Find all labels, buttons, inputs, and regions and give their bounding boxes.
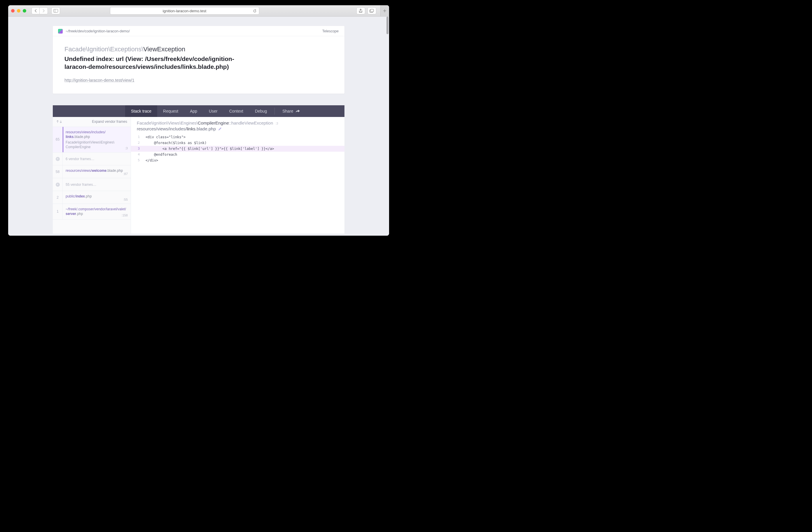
card-header-top: ~/freek/dev/code/ignition-laracon-demo/ …	[53, 26, 345, 36]
frame-body: resources/views/welcome.blade.php :87	[63, 166, 131, 178]
tabs-overview-button[interactable]	[367, 7, 376, 14]
frame-path-file: links	[66, 135, 73, 139]
code-line-text: @endforeach	[143, 153, 177, 157]
pencil-icon[interactable]	[218, 127, 222, 131]
frame-body: ~/freek/.composer/vendor/laravel/valet/ …	[63, 204, 131, 219]
tabs-bar: Stack trace Request App User Context Deb…	[53, 105, 345, 117]
tab-stack-trace[interactable]: Stack trace	[125, 105, 157, 117]
stack-frame-collapsed[interactable]: + 55 vendor frames…	[53, 178, 131, 191]
traffic-lights	[11, 9, 26, 13]
frame-body: 6 vendor frames…	[63, 153, 131, 165]
frame-line: :158	[121, 214, 128, 217]
forward-button[interactable]	[40, 7, 48, 14]
stack-frame-active[interactable]: 65 resources/views/includes/ links.blade…	[53, 127, 131, 153]
repo-path: ~/freek/dev/code/ignition-laracon-demo/	[66, 29, 130, 33]
code-ns-class: CompilerEngine	[198, 120, 229, 126]
frame-path-prefix: ~/freek/.composer/vendor/laravel/valet/	[66, 207, 126, 211]
trace-body: Expand vendor frames 65 resources/views/…	[53, 117, 345, 234]
exception-namespace-prefix: Facade\Ignition\Exceptions\	[64, 45, 143, 53]
trace-card: Stack trace Request App User Context Deb…	[53, 105, 345, 234]
sidebar-toggle-button[interactable]	[51, 7, 60, 14]
address-bar[interactable]: ignition-laracon-demo.test	[110, 7, 259, 15]
stack-frame[interactable]: 1 ~/freek/.composer/vendor/laravel/valet…	[53, 204, 131, 219]
frame-line: :3	[125, 146, 128, 150]
tab-request[interactable]: Request	[157, 105, 184, 117]
nav-buttons	[31, 7, 48, 14]
code-namespace: Facade\Ignition\Views\Engines\CompilerEn…	[137, 120, 339, 126]
project-info: ~/freek/dev/code/ignition-laracon-demo/	[58, 29, 130, 33]
stack-frame[interactable]: 58 resources/views/welcome.blade.php :87	[53, 166, 131, 178]
reload-icon[interactable]	[253, 9, 257, 13]
tab-context[interactable]: Context	[223, 105, 249, 117]
new-tab-button[interactable]	[380, 5, 389, 16]
frame-number: 58	[53, 166, 63, 178]
code-file-path: resources/views/includes/links.blade.php	[137, 126, 339, 131]
telescope-link[interactable]: Telescope	[322, 29, 339, 33]
frames-toolbar: Expand vendor frames	[53, 117, 131, 127]
svg-rect-3	[371, 9, 374, 12]
frame-number: 65	[53, 127, 63, 153]
share-icon	[296, 110, 300, 113]
browser-toolbar: ignition-laracon-demo.test	[8, 5, 389, 17]
frame-path-prefix: public/	[66, 194, 76, 198]
frame-number: 2	[53, 191, 63, 204]
share-system-button[interactable]	[357, 7, 365, 14]
frame-line: :87	[124, 172, 128, 176]
code-file-prefix: resources/views/includes/	[137, 126, 187, 131]
tab-debug[interactable]: Debug	[249, 105, 273, 117]
window-minimize-button[interactable]	[17, 9, 20, 13]
frame-body: 55 vendor frames…	[63, 178, 131, 191]
stack-frame[interactable]: 2 public/index.php :55	[53, 191, 131, 204]
code-header: Facade\Ignition\Views\Engines\CompilerEn…	[131, 117, 345, 134]
toolbar-right	[357, 5, 386, 16]
frame-path-ext: .php	[76, 212, 83, 216]
code-line-number: 5	[131, 158, 143, 162]
code-line: 2 @foreach($links as $link)	[131, 140, 345, 146]
tab-divider	[274, 107, 275, 115]
frame-path-ext: .blade.php	[73, 135, 90, 139]
window-close-button[interactable]	[11, 9, 15, 13]
frame-line: :55	[124, 198, 128, 201]
code-line-number: 3	[131, 147, 143, 150]
tab-share-label: Share	[282, 109, 293, 113]
code-line-text: </div>	[143, 158, 158, 162]
code-line-text: <div class="links">	[143, 135, 186, 139]
frame-number: 1	[53, 204, 63, 219]
frame-expand-icon: +	[53, 178, 63, 191]
tab-user[interactable]: User	[203, 105, 223, 117]
back-button[interactable]	[31, 7, 40, 14]
frames-column: Expand vendor frames 65 resources/views/…	[53, 117, 131, 234]
tab-app[interactable]: App	[184, 105, 203, 117]
frame-path: ~/freek/.composer/vendor/laravel/valet/ …	[66, 207, 127, 216]
plus-circle-icon: +	[56, 157, 60, 161]
frame-nav-arrows[interactable]	[56, 120, 62, 123]
tab-share[interactable]: Share	[276, 105, 305, 117]
plus-circle-icon: +	[56, 183, 60, 187]
frame-body: resources/views/includes/ links.blade.ph…	[63, 127, 131, 153]
code-file-ext: .blade.php	[195, 126, 216, 131]
scrollbar-thumb[interactable]	[387, 17, 389, 34]
frame-body: public/index.php :55	[63, 191, 131, 204]
frame-path-file: welcome	[91, 169, 106, 173]
frame-path-file: index	[76, 194, 85, 198]
exception-url[interactable]: http://ignition-laracon-demo.test/view/1	[64, 78, 333, 83]
frame-path-prefix: resources/views/includes/	[66, 130, 105, 134]
exception-namespace: Facade\Ignition\Exceptions\ViewException	[64, 45, 333, 53]
code-file-name: links	[187, 126, 195, 131]
window-maximize-button[interactable]	[23, 9, 26, 13]
exception-class: ViewException	[143, 45, 185, 53]
code-line: 3 <a href="{{ $link['url'] }}">{{ $link[…	[131, 146, 345, 152]
stack-frame-collapsed[interactable]: + 6 vendor frames…	[53, 153, 131, 166]
ignition-logo-icon	[58, 29, 63, 33]
frame-path-ext: .blade.php	[106, 169, 123, 173]
arrow-down-icon	[59, 120, 62, 123]
exception-block: Facade\Ignition\Exceptions\ViewException…	[53, 36, 345, 94]
frame-path: resources/views/includes/ links.blade.ph…	[66, 130, 127, 139]
browser-window: ignition-laracon-demo.test ~/	[8, 5, 389, 236]
code-line-number: 2	[131, 141, 143, 145]
expand-vendor-frames[interactable]: Expand vendor frames	[92, 119, 127, 124]
code-line-number: 4	[131, 153, 143, 156]
code-block: 1<div class="links">2 @foreach($links as…	[131, 134, 345, 163]
svg-rect-0	[54, 9, 58, 13]
arrow-up-icon	[56, 120, 59, 123]
